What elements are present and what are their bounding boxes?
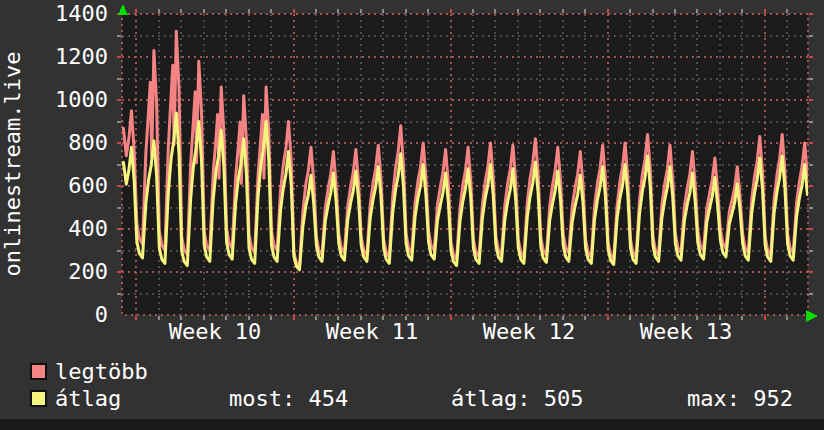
y-tick-label: 1200 — [4, 45, 108, 69]
legend-label-atlag: átlag — [55, 387, 121, 411]
y-tick-label: 600 — [4, 174, 108, 198]
x-week-label: Week 10 — [125, 319, 305, 345]
graph-container: onlinestream.live 0200400600800100012001… — [0, 0, 824, 430]
x-axis-arrow-icon — [806, 310, 818, 322]
legend-swatch-atlag — [30, 390, 47, 407]
legend-swatch-legtobb — [30, 363, 47, 380]
y-axis-arrow-icon — [118, 4, 128, 15]
x-week-label: Week 12 — [439, 319, 619, 345]
y-tick-label: 0 — [4, 303, 108, 327]
stat-most: most: 454 — [229, 387, 348, 411]
y-axis-title: onlinestream.live — [0, 51, 25, 276]
y-tick-label: 800 — [4, 131, 108, 155]
y-tick-label: 1000 — [4, 88, 108, 112]
stat-max: max: 952 — [687, 387, 793, 411]
bottom-border-strip — [0, 419, 824, 430]
y-tick-label: 400 — [4, 217, 108, 241]
y-tick-label: 200 — [4, 260, 108, 284]
y-tick-label: 1400 — [4, 2, 108, 26]
x-week-label: Week 11 — [282, 319, 462, 345]
legend-label-legtobb: legtöbb — [55, 360, 148, 384]
x-week-label: Week 13 — [596, 319, 776, 345]
stat-atlag: átlag: 505 — [451, 387, 583, 411]
